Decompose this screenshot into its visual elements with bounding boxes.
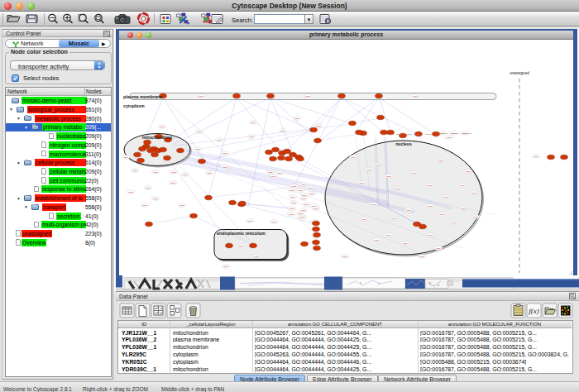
svg-text:f(x): f(x) [529,307,539,315]
svg-text:cytoplasm: cytoplasm [123,103,145,108]
svg-text:endoplasmic reticulum: endoplasmic reticulum [217,231,266,236]
svg-text:unassigned: unassigned [510,71,529,75]
svg-text:mitochondrion: mitochondrion [142,135,172,140]
svg-text:nucleus: nucleus [395,141,412,146]
svg-text:plasma membrane: plasma membrane [123,94,162,99]
